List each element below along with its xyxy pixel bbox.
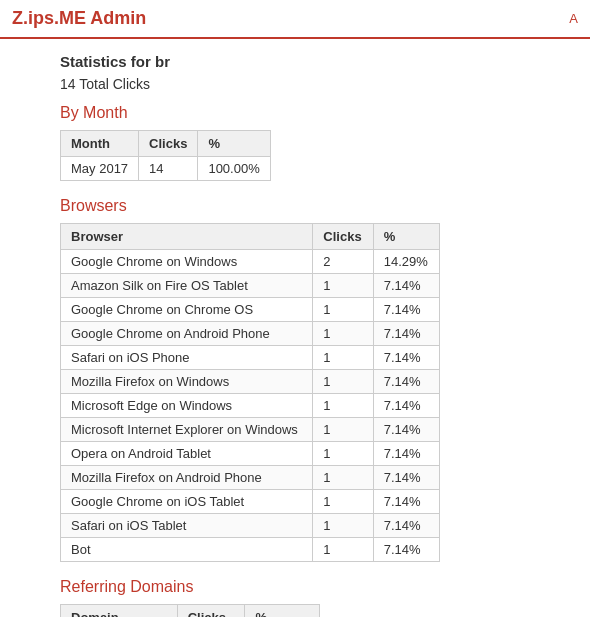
table-row: Safari on iOS Phone17.14% bbox=[61, 346, 440, 370]
main-content: Statistics for br 14 Total Clicks By Mon… bbox=[0, 39, 590, 617]
table-row: Safari on iOS Tablet17.14% bbox=[61, 514, 440, 538]
header: Z.ips.ME Admin A bbox=[0, 0, 590, 39]
browsers-heading: Browsers bbox=[60, 197, 530, 215]
total-clicks: 14 Total Clicks bbox=[60, 76, 530, 92]
table-row: Mozilla Firefox on Android Phone17.14% bbox=[61, 466, 440, 490]
by-month-col-pct: % bbox=[198, 131, 270, 157]
table-row: Bot17.14% bbox=[61, 538, 440, 562]
site-title[interactable]: Z.ips.ME Admin bbox=[12, 8, 146, 29]
table-row: Microsoft Internet Explorer on Windows17… bbox=[61, 418, 440, 442]
by-month-col-clicks: Clicks bbox=[139, 131, 198, 157]
browsers-col-pct: % bbox=[373, 224, 439, 250]
table-row: Opera on Android Tablet17.14% bbox=[61, 442, 440, 466]
browsers-col-clicks: Clicks bbox=[313, 224, 373, 250]
domains-col-domain: Domain bbox=[61, 605, 178, 618]
browsers-col-browser: Browser bbox=[61, 224, 313, 250]
table-row: Google Chrome on iOS Tablet17.14% bbox=[61, 490, 440, 514]
table-row: Google Chrome on Windows214.29% bbox=[61, 250, 440, 274]
by-month-heading: By Month bbox=[60, 104, 530, 122]
statistics-label: Statistics for bbox=[60, 53, 151, 70]
by-month-table: Month Clicks % May 201714100.00% bbox=[60, 130, 271, 181]
table-row: Mozilla Firefox on Windows17.14% bbox=[61, 370, 440, 394]
table-row: Google Chrome on Android Phone17.14% bbox=[61, 322, 440, 346]
short-code: br bbox=[155, 53, 170, 70]
domains-col-clicks: Clicks bbox=[177, 605, 245, 618]
admin-link[interactable]: A bbox=[569, 11, 578, 26]
browsers-table: Browser Clicks % Google Chrome on Window… bbox=[60, 223, 440, 562]
domains-col-pct: % bbox=[245, 605, 320, 618]
page-title: Statistics for br bbox=[60, 53, 530, 70]
referring-domains-table: Domain Clicks % yoursite1.com1392.86%you… bbox=[60, 604, 320, 617]
table-row: Google Chrome on Chrome OS17.14% bbox=[61, 298, 440, 322]
referring-domains-heading: Referring Domains bbox=[60, 578, 530, 596]
table-row: Amazon Silk on Fire OS Tablet17.14% bbox=[61, 274, 440, 298]
table-row: May 201714100.00% bbox=[61, 157, 271, 181]
table-row: Microsoft Edge on Windows17.14% bbox=[61, 394, 440, 418]
by-month-col-month: Month bbox=[61, 131, 139, 157]
